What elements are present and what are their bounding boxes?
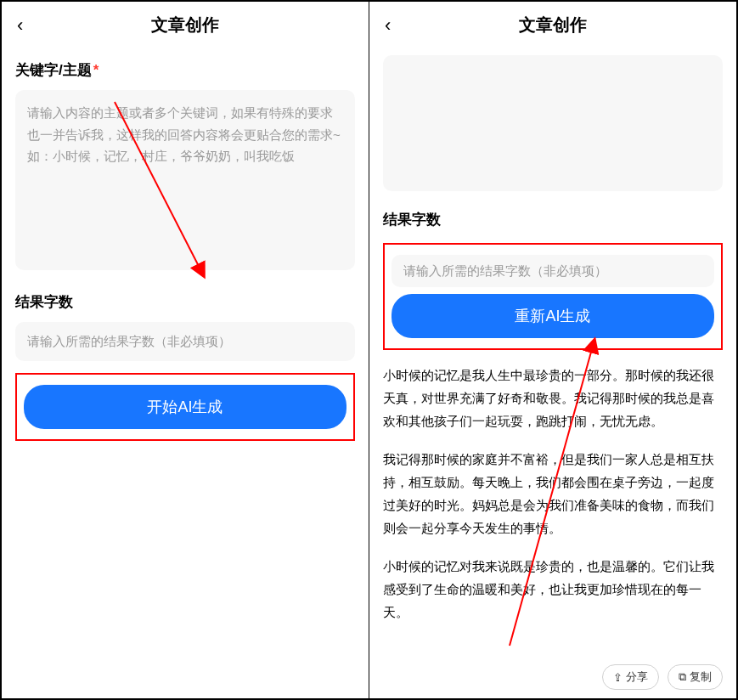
result-count-input-box	[392, 255, 714, 287]
header: ‹ 文章创作	[2, 2, 369, 48]
share-label: 分享	[626, 669, 648, 685]
regenerate-button[interactable]: 重新AI生成	[392, 294, 714, 338]
keyword-label: 关键字/主题*	[15, 60, 355, 80]
share-icon: ⇪	[613, 671, 623, 684]
button-highlight-box: 开始AI生成	[15, 373, 355, 441]
copy-label: 复制	[690, 669, 712, 685]
keyword-input-box-collapsed[interactable]	[383, 55, 723, 191]
copy-button[interactable]: ⧉ 复制	[668, 664, 723, 690]
screen-right: ‹ 文章创作 结果字数 重新AI生成 小时候的记忆是我人生中最珍贵的一部分。那时…	[369, 2, 736, 698]
header: ‹ 文章创作	[369, 2, 736, 48]
keyword-textarea[interactable]	[27, 102, 343, 255]
screen-left: ‹ 文章创作 关键字/主题* 结果字数 开始AI生成	[2, 2, 369, 698]
copy-icon: ⧉	[679, 670, 686, 684]
content-area: 关键字/主题* 结果字数 开始AI生成	[2, 48, 369, 698]
back-icon[interactable]: ‹	[385, 14, 391, 37]
result-count-input[interactable]	[27, 334, 343, 348]
page-title: 文章创作	[151, 14, 219, 37]
keyword-input-box	[15, 90, 355, 270]
result-count-label: 结果字数	[15, 292, 355, 312]
button-highlight-box: 重新AI生成	[383, 243, 723, 350]
bottom-actions: ⇪ 分享 ⧉ 复制	[369, 656, 736, 698]
result-paragraph: 我记得那时候的家庭并不富裕，但是我们一家人总是相互扶持，相互鼓励。每天晚上，我们…	[383, 448, 723, 539]
result-paragraph: 小时候的记忆对我来说既是珍贵的，也是温馨的。它们让我感受到了生命的温暖和美好，也…	[383, 555, 723, 624]
result-text: 小时候的记忆是我人生中最珍贵的一部分。那时候的我还很天真，对世界充满了好奇和敬畏…	[383, 364, 723, 639]
keyword-label-text: 关键字/主题	[15, 62, 92, 78]
back-icon[interactable]: ‹	[17, 14, 23, 37]
result-paragraph: 小时候的记忆是我人生中最珍贵的一部分。那时候的我还很天真，对世界充满了好奇和敬畏…	[383, 364, 723, 432]
result-count-input-box	[15, 322, 355, 361]
generate-button[interactable]: 开始AI生成	[24, 385, 346, 429]
share-button[interactable]: ⇪ 分享	[602, 664, 659, 690]
result-count-label: 结果字数	[383, 210, 723, 229]
required-mark: *	[93, 62, 99, 78]
result-count-input[interactable]	[403, 263, 702, 278]
page-title: 文章创作	[519, 14, 587, 37]
content-area: 结果字数 重新AI生成 小时候的记忆是我人生中最珍贵的一部分。那时候的我还很天真…	[369, 48, 736, 656]
